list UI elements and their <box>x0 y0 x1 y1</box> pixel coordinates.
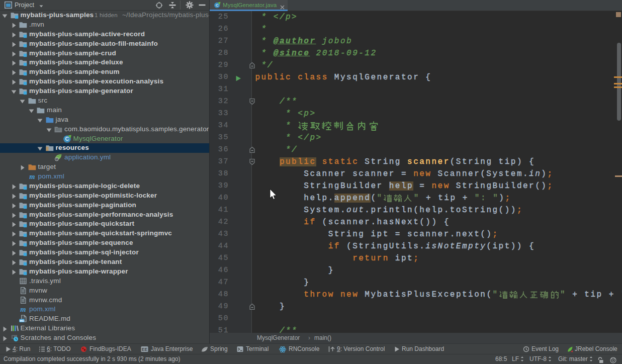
svg-text:EE: EE <box>142 347 148 352</box>
svg-text:m: m <box>20 305 26 313</box>
svg-text:C: C <box>65 136 69 142</box>
svg-text:m: m <box>29 172 35 180</box>
svg-text:MD: MD <box>20 319 25 322</box>
svg-text:C: C <box>216 3 219 8</box>
